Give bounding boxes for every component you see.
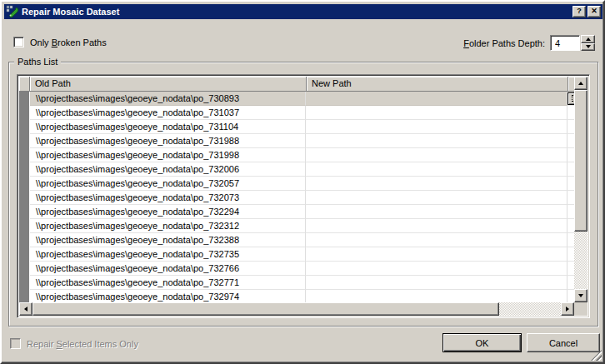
repair-selected-items-label: Repair Selected Items Only bbox=[27, 339, 138, 349]
paths-grid: Old Path New Path \\projectbases\images\… bbox=[19, 77, 574, 302]
horizontal-scrollbar-thumb[interactable] bbox=[32, 302, 499, 316]
table-row[interactable]: \\projectbases\images\geoeye_nodata\po_7… bbox=[19, 262, 574, 276]
folder-paths-depth-spinner bbox=[581, 35, 595, 51]
help-button[interactable]: ? bbox=[572, 6, 586, 17]
spin-up-button[interactable] bbox=[581, 35, 595, 43]
new-path-cell[interactable] bbox=[306, 262, 568, 276]
new-path-cell[interactable] bbox=[306, 162, 568, 177]
row-header-cell[interactable] bbox=[19, 162, 30, 177]
row-header-cell[interactable] bbox=[19, 205, 30, 219]
scroll-up-button[interactable] bbox=[574, 77, 588, 90]
table-row[interactable]: \\projectbases\images\geoeye_nodata\po_7… bbox=[19, 290, 574, 302]
vertical-scrollbar[interactable] bbox=[574, 77, 588, 302]
row-header-cell[interactable] bbox=[19, 120, 30, 134]
old-path-cell[interactable]: \\projectbases\images\geoeye_nodata\po_7… bbox=[30, 205, 306, 219]
table-row[interactable]: \\projectbases\images\geoeye_nodata\po_7… bbox=[19, 247, 574, 262]
new-path-cell[interactable] bbox=[306, 191, 568, 205]
table-row[interactable]: \\projectbases\images\geoeye_nodata\po_7… bbox=[19, 276, 574, 290]
old-path-cell[interactable]: \\projectbases\images\geoeye_nodata\po_7… bbox=[30, 219, 306, 233]
table-row[interactable]: \\projectbases\images\geoeye_nodata\po_7… bbox=[19, 191, 574, 205]
old-path-column-header[interactable]: Old Path bbox=[30, 77, 307, 92]
new-path-cell[interactable] bbox=[306, 106, 568, 120]
row-header-cell[interactable] bbox=[19, 191, 30, 205]
old-path-cell[interactable]: \\projectbases\images\geoeye_nodata\po_7… bbox=[30, 191, 306, 205]
old-path-cell[interactable]: \\projectbases\images\geoeye_nodata\po_7… bbox=[30, 92, 306, 106]
scroll-right-button[interactable] bbox=[561, 302, 574, 316]
new-path-cell[interactable] bbox=[306, 148, 568, 162]
row-header-cell[interactable] bbox=[19, 290, 30, 302]
new-path-cell[interactable] bbox=[306, 276, 568, 290]
row-header-cell[interactable] bbox=[19, 247, 30, 262]
new-path-column-header[interactable]: New Path bbox=[307, 77, 568, 92]
row-header-cell[interactable] bbox=[19, 219, 30, 233]
new-path-cell[interactable] bbox=[306, 219, 568, 233]
old-path-cell[interactable]: \\projectbases\images\geoeye_nodata\po_7… bbox=[30, 120, 306, 134]
scroll-left-button[interactable] bbox=[19, 302, 32, 316]
repair-mosaic-dataset-icon bbox=[6, 5, 19, 18]
cancel-button[interactable]: Cancel bbox=[527, 333, 600, 352]
header-corner-cell[interactable] bbox=[19, 77, 30, 92]
scroll-down-button[interactable] bbox=[574, 289, 588, 302]
up-arrow-icon bbox=[578, 82, 583, 85]
table-row[interactable]: \\projectbases\images\geoeye_nodata\po_7… bbox=[19, 134, 574, 148]
row-header-cell[interactable] bbox=[19, 177, 30, 191]
repair-mosaic-dataset-dialog: Repair Mosaic Dataset ? ✕ Only Broken Pa… bbox=[0, 0, 605, 364]
old-path-cell[interactable]: \\projectbases\images\geoeye_nodata\po_7… bbox=[30, 106, 306, 120]
new-path-cell[interactable] bbox=[306, 134, 568, 148]
old-path-cell[interactable]: \\projectbases\images\geoeye_nodata\po_7… bbox=[30, 177, 306, 191]
table-row[interactable]: \\projectbases\images\geoeye_nodata\po_7… bbox=[19, 205, 574, 219]
only-broken-paths-label: Only Broken Paths bbox=[30, 37, 107, 47]
new-path-cell[interactable] bbox=[306, 290, 568, 302]
table-row[interactable]: \\projectbases\images\geoeye_nodata\po_7… bbox=[19, 162, 574, 177]
table-row-selected[interactable]: \\projectbases\images\geoeye_nodata\po_7… bbox=[19, 92, 574, 106]
row-header-cell[interactable] bbox=[19, 134, 30, 148]
folder-paths-depth-input[interactable] bbox=[550, 35, 580, 51]
old-path-cell[interactable]: \\projectbases\images\geoeye_nodata\po_7… bbox=[30, 162, 306, 177]
table-row[interactable]: \\projectbases\images\geoeye_nodata\po_7… bbox=[19, 219, 574, 233]
browse-cell-button[interactable] bbox=[568, 92, 574, 105]
table-row[interactable]: \\projectbases\images\geoeye_nodata\po_7… bbox=[19, 120, 574, 134]
row-header-cell[interactable] bbox=[19, 148, 30, 162]
new-path-cell[interactable] bbox=[306, 205, 568, 219]
row-header-cell[interactable] bbox=[19, 92, 30, 106]
titlebar[interactable]: Repair Mosaic Dataset ? ✕ bbox=[4, 4, 602, 19]
paths-table: Old Path New Path \\projectbases\images\… bbox=[17, 74, 590, 318]
old-path-cell[interactable]: \\projectbases\images\geoeye_nodata\po_7… bbox=[30, 134, 306, 148]
close-button[interactable]: ✕ bbox=[588, 6, 601, 17]
spin-down-button[interactable] bbox=[581, 43, 595, 52]
horizontal-scrollbar[interactable] bbox=[19, 302, 574, 316]
folder-paths-depth-label: Folder Paths Depth: bbox=[463, 38, 545, 48]
old-path-cell[interactable]: \\projectbases\images\geoeye_nodata\po_7… bbox=[30, 290, 306, 302]
old-path-cell[interactable]: \\projectbases\images\geoeye_nodata\po_7… bbox=[30, 233, 306, 247]
folder-paths-depth-group: Folder Paths Depth: bbox=[463, 35, 595, 51]
header-filler-cell bbox=[568, 77, 574, 92]
table-row[interactable]: \\projectbases\images\geoeye_nodata\po_7… bbox=[19, 233, 574, 247]
new-path-cell[interactable] bbox=[306, 92, 568, 106]
ok-button[interactable]: OK bbox=[442, 333, 522, 352]
checkbox-box-disabled bbox=[10, 338, 21, 349]
row-header-cell[interactable] bbox=[19, 233, 30, 247]
table-row[interactable]: \\projectbases\images\geoeye_nodata\po_7… bbox=[19, 148, 574, 162]
old-path-cell[interactable]: \\projectbases\images\geoeye_nodata\po_7… bbox=[30, 276, 306, 290]
only-broken-paths-checkbox[interactable]: Only Broken Paths bbox=[13, 37, 107, 47]
old-path-cell[interactable]: \\projectbases\images\geoeye_nodata\po_7… bbox=[30, 247, 306, 262]
row-header-cell[interactable] bbox=[19, 106, 30, 120]
left-arrow-icon bbox=[24, 307, 28, 312]
scrollbar-corner bbox=[574, 302, 588, 316]
right-arrow-icon bbox=[566, 307, 569, 312]
old-path-cell[interactable]: \\projectbases\images\geoeye_nodata\po_7… bbox=[30, 148, 306, 162]
table-header-row: Old Path New Path bbox=[19, 77, 574, 92]
table-row[interactable]: \\projectbases\images\geoeye_nodata\po_7… bbox=[19, 177, 574, 191]
row-header-cell[interactable] bbox=[19, 276, 30, 290]
new-path-cell[interactable] bbox=[306, 120, 568, 134]
old-path-cell[interactable]: \\projectbases\images\geoeye_nodata\po_7… bbox=[30, 262, 306, 276]
new-path-cell[interactable] bbox=[306, 247, 568, 262]
new-path-cell[interactable] bbox=[306, 177, 568, 191]
window-title: Repair Mosaic Dataset bbox=[22, 7, 571, 17]
paths-list-groupbox: Paths List Old Path New Path \\projectba… bbox=[8, 62, 598, 327]
table-row[interactable]: \\projectbases\images\geoeye_nodata\po_7… bbox=[19, 106, 574, 120]
row-header-cell[interactable] bbox=[19, 262, 30, 276]
checkbox-box[interactable] bbox=[13, 37, 24, 47]
vertical-scrollbar-thumb[interactable] bbox=[574, 90, 588, 232]
new-path-cell[interactable] bbox=[306, 233, 568, 247]
